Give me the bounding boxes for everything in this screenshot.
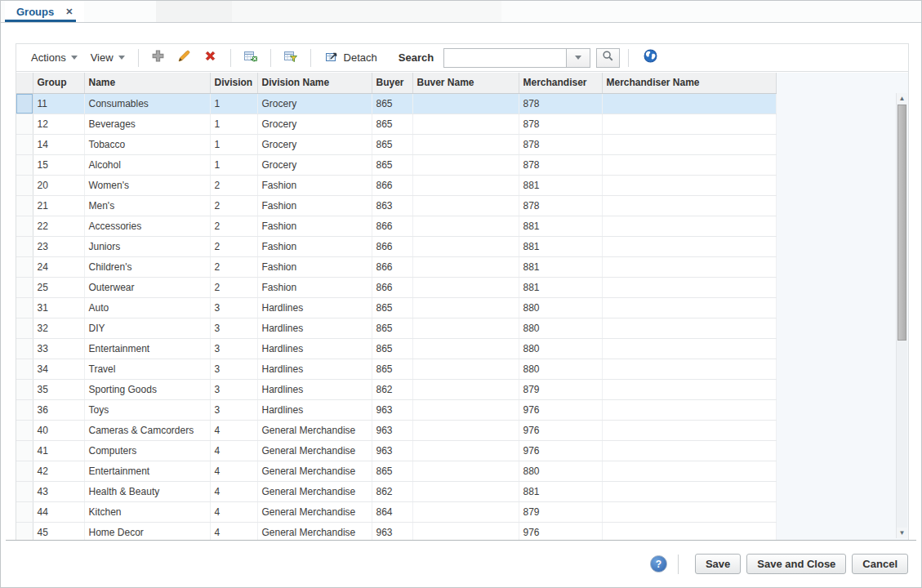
row-header-cell[interactable] (16, 338, 33, 359)
cell-buyer[interactable]: 865 (372, 297, 412, 318)
cell-name[interactable]: Children's (84, 256, 210, 277)
row-header-cell[interactable] (16, 93, 33, 114)
cell-division_name[interactable]: Hardlines (257, 297, 372, 318)
cell-name[interactable]: Health & Beauty (84, 481, 210, 501)
cell-division[interactable]: 2 (210, 256, 257, 277)
cell-group[interactable]: 21 (33, 195, 84, 216)
cell-division[interactable]: 3 (210, 338, 257, 359)
cell-group[interactable]: 42 (33, 461, 84, 481)
column-header[interactable]: Division Name (257, 73, 372, 93)
cell-division[interactable]: 2 (210, 277, 257, 297)
cell-merchandiser_name[interactable] (602, 399, 776, 420)
cell-buyer_name[interactable] (412, 420, 519, 440)
scroll-up-arrow-icon[interactable]: ▲ (897, 93, 907, 104)
table-row[interactable]: 12Beverages1Grocery865878 (16, 114, 776, 134)
cell-buyer[interactable]: 963 (372, 399, 412, 420)
cell-division[interactable]: 4 (210, 481, 257, 501)
column-header[interactable]: Division (210, 73, 257, 93)
cell-buyer_name[interactable] (412, 461, 519, 481)
cell-buyer_name[interactable] (412, 154, 519, 175)
cell-division_name[interactable]: Fashion (257, 175, 372, 195)
cell-buyer[interactable]: 866 (372, 277, 412, 297)
table-row[interactable]: 22Accessories2Fashion866881 (16, 216, 776, 236)
cell-division_name[interactable]: Grocery (257, 134, 372, 154)
cell-merchandiser[interactable]: 976 (519, 399, 602, 420)
cell-division[interactable]: 1 (210, 114, 257, 134)
cell-merchandiser[interactable]: 881 (519, 481, 602, 501)
cell-name[interactable]: Women's (84, 175, 210, 195)
row-header-cell[interactable] (16, 379, 33, 399)
row-header-cell[interactable] (16, 134, 33, 154)
cell-merchandiser[interactable]: 878 (519, 134, 602, 154)
cell-division[interactable]: 1 (210, 154, 257, 175)
actions-menu-button[interactable]: Actions (24, 48, 84, 67)
cell-merchandiser_name[interactable] (602, 440, 776, 461)
cell-buyer_name[interactable] (412, 297, 519, 318)
cell-name[interactable]: Computers (84, 440, 210, 461)
row-header-cell[interactable] (16, 522, 33, 540)
cell-buyer[interactable]: 865 (372, 93, 412, 114)
cell-division_name[interactable]: Grocery (257, 114, 372, 134)
cell-merchandiser_name[interactable] (602, 236, 776, 256)
row-header-cell[interactable] (16, 440, 33, 461)
cell-division_name[interactable]: Grocery (257, 154, 372, 175)
cell-merchandiser[interactable]: 881 (519, 216, 602, 236)
cell-merchandiser_name[interactable] (602, 420, 776, 440)
cell-merchandiser_name[interactable] (602, 481, 776, 501)
cell-buyer[interactable]: 865 (372, 134, 412, 154)
cell-merchandiser[interactable]: 880 (519, 461, 602, 481)
cell-merchandiser[interactable]: 880 (519, 338, 602, 359)
cell-merchandiser[interactable]: 976 (519, 440, 602, 461)
cancel-button[interactable]: Cancel (852, 554, 908, 574)
cell-buyer_name[interactable] (412, 379, 519, 399)
table-row[interactable]: 34Travel3Hardlines865880 (16, 359, 776, 379)
column-header[interactable]: Group (33, 73, 84, 93)
cell-merchandiser[interactable]: 879 (519, 379, 602, 399)
table-row[interactable]: 24Children's2Fashion866881 (16, 256, 776, 277)
cell-division[interactable]: 4 (210, 440, 257, 461)
cell-division_name[interactable]: Fashion (257, 256, 372, 277)
cell-name[interactable]: Men's (84, 195, 210, 216)
cell-buyer[interactable]: 963 (372, 522, 412, 540)
cell-group[interactable]: 22 (33, 216, 84, 236)
cell-group[interactable]: 14 (33, 134, 84, 154)
cell-buyer[interactable]: 863 (372, 195, 412, 216)
scroll-down-arrow-icon[interactable]: ▼ (897, 528, 907, 538)
cell-division_name[interactable]: General Merchandise (257, 440, 372, 461)
cell-buyer[interactable]: 862 (372, 379, 412, 399)
cell-buyer_name[interactable] (412, 522, 519, 540)
cell-name[interactable]: Travel (84, 359, 210, 379)
row-header-cell[interactable] (16, 175, 33, 195)
cell-merchandiser_name[interactable] (602, 175, 776, 195)
table-row[interactable]: 41Computers4General Merchandise963976 (16, 440, 776, 461)
cell-name[interactable]: Sporting Goods (84, 379, 210, 399)
cell-buyer_name[interactable] (412, 440, 519, 461)
table-row[interactable]: 23Juniors2Fashion866881 (16, 236, 776, 256)
row-header-cell[interactable] (16, 256, 33, 277)
row-header-cell[interactable] (16, 481, 33, 501)
cell-buyer_name[interactable] (412, 114, 519, 134)
cell-division_name[interactable]: Hardlines (257, 318, 372, 338)
cell-merchandiser_name[interactable] (602, 277, 776, 297)
cell-name[interactable]: Alcohol (84, 154, 210, 175)
row-header-cell[interactable] (16, 318, 33, 338)
table-row[interactable]: 43Health & Beauty4General Merchandise862… (16, 481, 776, 501)
cell-division_name[interactable]: General Merchandise (257, 522, 372, 540)
cell-division[interactable]: 2 (210, 216, 257, 236)
cell-merchandiser_name[interactable] (602, 461, 776, 481)
cell-division_name[interactable]: Fashion (257, 195, 372, 216)
table-row[interactable]: 25Outerwear2Fashion866881 (16, 277, 776, 297)
cell-merchandiser[interactable]: 881 (519, 236, 602, 256)
cell-division[interactable]: 4 (210, 420, 257, 440)
export-to-excel-button[interactable] (240, 48, 261, 68)
cell-group[interactable]: 43 (33, 481, 84, 501)
cell-group[interactable]: 35 (33, 379, 84, 399)
cell-division_name[interactable]: Hardlines (257, 379, 372, 399)
cell-division_name[interactable]: Fashion (257, 216, 372, 236)
cell-division[interactable]: 2 (210, 236, 257, 256)
cell-merchandiser[interactable]: 878 (519, 114, 602, 134)
row-header-cell[interactable] (16, 420, 33, 440)
cell-buyer_name[interactable] (412, 93, 519, 114)
cell-division_name[interactable]: Hardlines (257, 359, 372, 379)
cell-group[interactable]: 44 (33, 501, 84, 522)
